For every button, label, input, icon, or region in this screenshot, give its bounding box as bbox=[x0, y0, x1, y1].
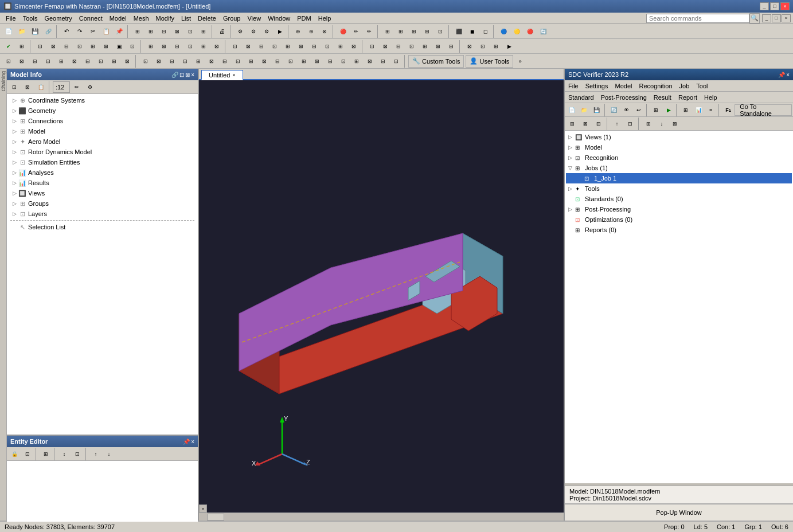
tb-f4[interactable]: ⊞ bbox=[421, 25, 433, 38]
tree-item-views[interactable]: ▷ 🔲 Views bbox=[8, 188, 197, 198]
tb2-a1[interactable]: ⊡ bbox=[34, 40, 46, 53]
maximize-button[interactable]: □ bbox=[770, 2, 779, 10]
sdc-menu-settings[interactable]: Settings bbox=[582, 81, 612, 91]
expand-icon[interactable]: ▷ bbox=[568, 155, 575, 161]
tb-c2[interactable]: ⚙ bbox=[247, 25, 260, 38]
tb2-c2[interactable]: ⊠ bbox=[242, 40, 255, 53]
minimize-button[interactable]: _ bbox=[760, 2, 769, 10]
tb2-b1[interactable]: ⊞ bbox=[144, 40, 157, 53]
tb-d3[interactable]: ⊗ bbox=[318, 25, 331, 38]
tb3-b6[interactable]: ⊠ bbox=[205, 55, 218, 68]
sdc-pin-icon[interactable]: 📌 bbox=[778, 72, 785, 78]
tb2-c8[interactable]: ⊡ bbox=[321, 40, 334, 53]
sdc-tree-item-optimizations[interactable]: ⊡ Optimizations (0) bbox=[566, 214, 792, 225]
tb3-a5[interactable]: ⊞ bbox=[55, 55, 68, 68]
tb3-b15[interactable]: ⊟ bbox=[324, 55, 337, 68]
ee-btn5[interactable]: ⊡ bbox=[71, 448, 84, 460]
sdc-tb-table[interactable]: ⊞ bbox=[650, 104, 662, 116]
tb-f2[interactable]: ⊞ bbox=[394, 25, 407, 38]
tb2-d6[interactable]: ⊠ bbox=[432, 40, 444, 53]
tb2-e1[interactable]: ⊠ bbox=[463, 40, 476, 53]
menu-delete[interactable]: Delete bbox=[194, 14, 220, 23]
tb2-c10[interactable]: ⊠ bbox=[347, 40, 360, 53]
tb-h1[interactable]: 🔵 bbox=[497, 25, 510, 38]
tree-item-coordinate-systems[interactable]: ▷ ⊕ Coordinate Systems bbox=[8, 95, 197, 105]
sdc-tb2-a2[interactable]: ⊠ bbox=[579, 118, 592, 130]
tb3-b19[interactable]: ⊟ bbox=[377, 55, 389, 68]
search-button[interactable]: 🔍 bbox=[749, 13, 760, 24]
tb3-b11[interactable]: ⊟ bbox=[271, 55, 284, 68]
panel-icon2[interactable]: ⊡ bbox=[179, 72, 184, 78]
sdc-tb2-b1[interactable]: ↑ bbox=[611, 118, 623, 130]
tb-h2[interactable]: 🟡 bbox=[510, 25, 523, 38]
expand-icon[interactable]: ▷ bbox=[568, 186, 575, 191]
sdc-menu-job[interactable]: Job bbox=[676, 81, 693, 91]
tb3-a3[interactable]: ⊟ bbox=[29, 55, 41, 68]
tree-item-results[interactable]: ▷ 📊 Results bbox=[8, 178, 197, 188]
tb3-b17[interactable]: ⊞ bbox=[350, 55, 363, 68]
menu-file[interactable]: File bbox=[2, 14, 19, 23]
tb3-a9[interactable]: ⊞ bbox=[108, 55, 120, 68]
tb-b6[interactable]: ⊞ bbox=[197, 25, 210, 38]
tb2-d4[interactable]: ⊡ bbox=[405, 40, 418, 53]
tb-save[interactable]: 💾 bbox=[29, 25, 41, 38]
tb3-b13[interactable]: ⊞ bbox=[298, 55, 310, 68]
mi-btn3[interactable]: 📋 bbox=[34, 81, 47, 93]
expand-icon[interactable]: ▷ bbox=[10, 179, 18, 187]
tree-item-aero-model[interactable]: ▷ ✦ Aero Model bbox=[8, 136, 197, 147]
tree-item-rotor-dynamics[interactable]: ▷ ⊡ Rotor Dynamics Model bbox=[8, 147, 197, 157]
viewport-tab-untitled[interactable]: Untitled × bbox=[201, 70, 243, 80]
menu-restore-button[interactable]: □ bbox=[772, 14, 781, 22]
tb-b4[interactable]: ⊠ bbox=[171, 25, 183, 38]
tb-e3[interactable]: ✏ bbox=[363, 25, 376, 38]
tb-g2[interactable]: ◼ bbox=[466, 25, 478, 38]
tb-b2[interactable]: ⊞ bbox=[144, 25, 157, 38]
tb2-d1[interactable]: ⊡ bbox=[366, 40, 378, 53]
expand-icon[interactable]: ▷ bbox=[10, 138, 18, 146]
tb-new[interactable]: 📄 bbox=[2, 25, 15, 38]
expand-icon[interactable]: ▷ bbox=[10, 127, 18, 135]
sdc-tree-item-recognition[interactable]: ▷ ⊡ Recognition bbox=[566, 152, 792, 163]
sdc-tb-list[interactable]: ≡ bbox=[705, 104, 717, 116]
tb2-e3[interactable]: ⊞ bbox=[490, 40, 502, 53]
menu-modify[interactable]: Modify bbox=[153, 14, 178, 23]
custom-tools-button[interactable]: 🔧 Custom Tools bbox=[408, 55, 464, 68]
sdc-tb-back[interactable]: ↩ bbox=[633, 104, 645, 116]
sdc-menu-result[interactable]: Result bbox=[650, 93, 675, 102]
menu-tools[interactable]: Tools bbox=[19, 14, 41, 23]
tb2-c6[interactable]: ⊠ bbox=[295, 40, 307, 53]
sdc-tb-open[interactable]: 📁 bbox=[579, 104, 591, 116]
tb-print[interactable]: 🖨 bbox=[216, 25, 228, 38]
tb3-a2[interactable]: ⊠ bbox=[15, 55, 28, 68]
tb2-icon1[interactable]: ⊞ bbox=[15, 40, 28, 53]
panel-close[interactable]: × bbox=[191, 72, 194, 78]
tb3-a10[interactable]: ⊠ bbox=[121, 55, 134, 68]
menu-connect[interactable]: Connect bbox=[76, 14, 106, 23]
tb-b5[interactable]: ⊡ bbox=[184, 25, 197, 38]
tree-item-groups[interactable]: ▷ ⊞ Groups bbox=[8, 198, 197, 209]
tb3-b9[interactable]: ⊞ bbox=[245, 55, 257, 68]
tb3-b1[interactable]: ⊡ bbox=[139, 55, 152, 68]
tb3-a1[interactable]: ⊡ bbox=[2, 55, 15, 68]
tb2-a3[interactable]: ⊟ bbox=[60, 40, 73, 53]
ee-btn1[interactable]: 🔒 bbox=[8, 448, 21, 460]
tree-item-simulation-entities[interactable]: ▷ ⊡ Simulation Entities bbox=[8, 157, 197, 167]
expand-icon[interactable]: ▷ bbox=[10, 189, 18, 197]
tb2-a5[interactable]: ⊞ bbox=[87, 40, 99, 53]
tb-e2[interactable]: ✏ bbox=[350, 25, 362, 38]
tb3-b14[interactable]: ⊠ bbox=[311, 55, 323, 68]
tb3-a6[interactable]: ⊠ bbox=[68, 55, 81, 68]
sdc-tb2-a1[interactable]: ⊞ bbox=[566, 118, 579, 130]
tb3-b5[interactable]: ⊞ bbox=[192, 55, 205, 68]
menu-pdm[interactable]: PDM bbox=[294, 14, 314, 23]
sdc-menu-model[interactable]: Model bbox=[611, 81, 635, 91]
sdc-menu-help[interactable]: Help bbox=[701, 93, 721, 102]
tb-b3[interactable]: ⊟ bbox=[158, 25, 170, 38]
tb2-d3[interactable]: ⊟ bbox=[392, 40, 405, 53]
tb2-d2[interactable]: ⊠ bbox=[379, 40, 392, 53]
sdc-tb-new[interactable]: 📄 bbox=[566, 104, 578, 116]
tb2-a8[interactable]: ⊡ bbox=[126, 40, 139, 53]
scrollbar-thumb-h[interactable] bbox=[207, 514, 224, 521]
mi-btn4[interactable]: ✏ bbox=[71, 81, 83, 93]
tb-f3[interactable]: ⊞ bbox=[408, 25, 420, 38]
